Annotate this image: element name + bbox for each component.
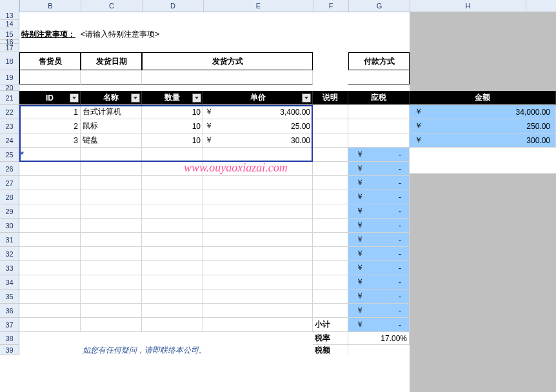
empty-cell[interactable] [81,261,142,275]
id-header[interactable]: ID [19,91,81,105]
empty-cell[interactable] [19,190,81,204]
payment-input[interactable] [348,70,410,84]
empty-cell[interactable] [81,204,142,219]
shipmethod-input[interactable] [142,70,313,84]
col-header-h[interactable]: H [410,0,526,12]
tax-empty-cell[interactable]: ￥- [348,289,410,304]
amount-header[interactable]: 金额 [410,91,556,105]
row-header-30[interactable]: 30 [0,219,19,233]
tax-empty-cell[interactable]: ￥- [348,148,410,162]
item-name[interactable]: 台式计算机 [81,105,142,119]
empty-cell[interactable] [19,318,81,332]
shipdate-header[interactable]: 发货日期 [81,52,142,70]
empty-cell[interactable] [81,190,142,204]
empty-cell[interactable] [81,219,142,233]
empty-cell[interactable] [203,162,313,176]
col-header-c[interactable]: C [81,0,143,12]
filter-price-icon[interactable] [302,93,311,103]
empty-cell[interactable] [81,304,142,318]
item-name[interactable]: 鼠标 [81,119,142,133]
row-header-32[interactable]: 32 [0,247,19,261]
tax-empty-cell[interactable]: ￥- [348,204,410,219]
item-amount[interactable]: ￥34,000.00 [410,105,556,119]
filter-id-icon[interactable] [70,93,79,103]
empty-cell[interactable] [19,219,81,233]
salesperson-input[interactable] [19,70,81,84]
empty-cell[interactable] [142,204,203,219]
select-all-corner[interactable] [0,0,20,12]
item-tax[interactable] [348,105,410,119]
row-header-26[interactable]: 26 [0,162,19,176]
item-qty[interactable]: 10 [142,133,203,148]
empty-cell[interactable] [81,233,142,247]
newrow-price[interactable] [203,148,313,162]
shipmethod-header[interactable]: 发货方式 [142,52,313,70]
qty-header[interactable]: 数量 [142,91,203,105]
item-price[interactable]: ￥3,400.00 [203,105,313,119]
item-qty[interactable]: 10 [142,105,203,119]
row-header-28[interactable]: 28 [0,190,19,204]
item-desc[interactable] [313,105,348,119]
empty-cell[interactable] [313,318,348,332]
empty-cell-f[interactable] [313,247,348,261]
row-header-36[interactable]: 36 [0,304,19,318]
empty-cell-f[interactable] [313,233,348,247]
empty-cell[interactable] [19,162,81,176]
filter-qty-icon[interactable] [192,93,201,103]
item-qty[interactable]: 10 [142,119,203,133]
row-header-20[interactable]: 20 [0,84,19,91]
empty-cell[interactable] [142,304,203,318]
row-header-25[interactable]: 25 [0,148,19,162]
empty-cell[interactable] [19,261,81,275]
tax-empty-cell[interactable]: ￥- [348,247,410,261]
empty-cell[interactable] [203,233,313,247]
empty-cell[interactable] [142,261,203,275]
tax-empty-cell[interactable]: ￥- [348,304,410,318]
col-header-e[interactable]: E [204,0,313,12]
newrow-id[interactable] [19,148,81,162]
empty-cell[interactable] [142,162,203,176]
row-header-22[interactable]: 22 [0,105,19,119]
payment-header[interactable]: 付款方式 [348,52,410,70]
salesperson-header[interactable]: 售货员 [19,52,81,70]
empty-cell-f[interactable] [313,304,348,318]
empty-cell[interactable] [19,275,81,289]
row-header-23[interactable]: 23 [0,119,19,133]
empty-cell-f[interactable] [313,148,348,162]
empty-cell[interactable] [203,176,313,190]
empty-cell[interactable] [19,233,81,247]
empty-cell[interactable] [142,219,203,233]
tax-empty-cell[interactable]: ￥- [348,162,410,176]
item-id[interactable]: 3 [19,133,81,148]
empty-cell-f[interactable] [313,176,348,190]
item-amount[interactable]: ￥300.00 [410,133,556,148]
empty-cell[interactable] [81,318,142,332]
shipdate-input[interactable] [81,70,142,84]
empty-cell[interactable] [81,275,142,289]
row-header-27[interactable]: 27 [0,176,19,190]
empty-cell[interactable] [81,176,142,190]
tax-header[interactable]: 应税 [348,91,410,105]
empty-cell-f[interactable] [313,190,348,204]
empty-cell[interactable] [19,289,81,304]
empty-cell[interactable] [142,289,203,304]
row-header-35[interactable]: 35 [0,289,19,304]
empty-cell[interactable] [142,233,203,247]
empty-cell[interactable] [203,261,313,275]
empty-cell[interactable] [203,204,313,219]
col-header-d[interactable]: D [143,0,204,12]
newrow-name[interactable] [81,148,142,162]
newrow-qty[interactable] [142,148,203,162]
row-header-14[interactable]: 14 [0,20,19,28]
tax-empty-cell[interactable]: ￥- [348,176,410,190]
empty-cell[interactable] [142,176,203,190]
empty-cell[interactable] [81,247,142,261]
empty-cell[interactable] [203,247,313,261]
item-amount[interactable]: ￥250.00 [410,119,556,133]
empty-cell[interactable] [203,304,313,318]
empty-cell[interactable] [203,275,313,289]
desc-header[interactable]: 说明 [313,91,348,105]
item-name[interactable]: 键盘 [81,133,142,148]
row-header-24[interactable]: 24 [0,133,19,148]
tax-empty-cell[interactable]: ￥- [348,318,410,332]
